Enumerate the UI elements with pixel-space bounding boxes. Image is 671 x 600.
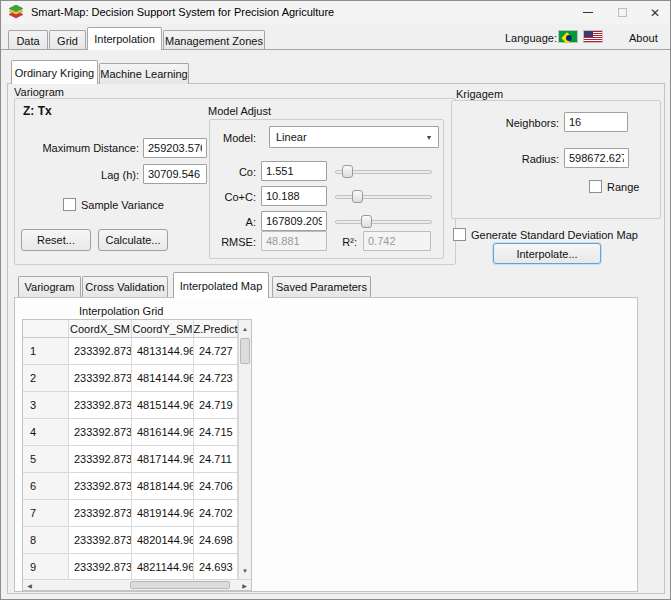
horizontal-scrollbar[interactable]: ◀ ▶ bbox=[23, 579, 251, 590]
row-number-cell[interactable]: 2 bbox=[23, 365, 69, 392]
radius-input[interactable] bbox=[564, 148, 629, 168]
brazil-flag-icon[interactable] bbox=[558, 30, 578, 43]
co-input[interactable] bbox=[261, 161, 327, 181]
table-row[interactable]: 3233392.8734815144.96524.719 bbox=[23, 392, 251, 419]
data-cell[interactable]: 233392.873 bbox=[69, 446, 132, 473]
data-cell[interactable]: 24.723 bbox=[194, 365, 238, 392]
row-number-cell[interactable]: 7 bbox=[23, 500, 69, 527]
tab-cross-validation[interactable]: Cross Validation bbox=[82, 276, 168, 297]
coc-slider[interactable] bbox=[335, 190, 432, 204]
tab-management-zones[interactable]: Management Zones bbox=[163, 30, 265, 50]
max-distance-input[interactable] bbox=[143, 138, 207, 158]
tab-interpolated-map[interactable]: Interpolated Map bbox=[173, 272, 269, 298]
rmse-input bbox=[261, 231, 327, 251]
vertical-scroll-thumb[interactable] bbox=[240, 338, 250, 364]
sample-variance-checkbox[interactable] bbox=[63, 198, 76, 211]
neighbors-input[interactable] bbox=[564, 112, 628, 132]
table-row[interactable]: 8233392.8734820144.96524.698 bbox=[23, 527, 251, 554]
data-cell[interactable]: 4819144.965 bbox=[132, 500, 194, 527]
data-cell[interactable]: 24.702 bbox=[194, 500, 238, 527]
data-cell[interactable]: 4816144.965 bbox=[132, 419, 194, 446]
data-cell[interactable]: 24.715 bbox=[194, 419, 238, 446]
model-select[interactable]: Linear ▼ bbox=[269, 126, 439, 148]
column-header-zpredict[interactable]: Z.Predict bbox=[194, 320, 238, 338]
vertical-scrollbar[interactable]: ▲ ▼ bbox=[238, 320, 251, 580]
tab-data[interactable]: Data bbox=[8, 30, 48, 50]
row-number-cell[interactable]: 4 bbox=[23, 419, 69, 446]
data-cell[interactable]: 24.711 bbox=[194, 446, 238, 473]
data-cell[interactable]: 24.727 bbox=[194, 338, 238, 365]
horizontal-scroll-thumb[interactable] bbox=[130, 581, 230, 589]
data-cell[interactable]: 24.719 bbox=[194, 392, 238, 419]
tab-saved-parameters[interactable]: Saved Parameters bbox=[272, 276, 371, 297]
data-cell[interactable]: 233392.873 bbox=[69, 473, 132, 500]
lag-input[interactable] bbox=[143, 164, 207, 184]
data-cell[interactable]: 233392.873 bbox=[69, 554, 132, 581]
row-number-cell[interactable]: 9 bbox=[23, 554, 69, 581]
tab-grid[interactable]: Grid bbox=[49, 30, 86, 50]
table-row[interactable]: 5233392.8734817144.96524.711 bbox=[23, 446, 251, 473]
table-row[interactable]: 7233392.8734819144.96524.702 bbox=[23, 500, 251, 527]
data-cell[interactable]: 24.693 bbox=[194, 554, 238, 581]
interpolation-grid-table[interactable]: CoordX_SM CoordY_SM Z.Predict 1233392.87… bbox=[22, 319, 252, 591]
range-label: Range bbox=[607, 181, 639, 193]
maximize-button[interactable] bbox=[607, 1, 637, 24]
reset-button[interactable]: Reset... bbox=[21, 229, 91, 251]
data-cell[interactable]: 4815144.965 bbox=[132, 392, 194, 419]
us-flag-icon[interactable] bbox=[583, 30, 603, 43]
tab-ordinary-kriging[interactable]: Ordinary Kriging bbox=[11, 60, 98, 84]
about-button[interactable]: About bbox=[629, 32, 658, 44]
calculate-button[interactable]: Calculate... bbox=[98, 229, 168, 251]
data-cell[interactable]: 233392.873 bbox=[69, 419, 132, 446]
row-number-cell[interactable]: 6 bbox=[23, 473, 69, 500]
tab-variogram-result[interactable]: Variogram bbox=[18, 276, 81, 297]
data-cell[interactable]: 4814144.965 bbox=[132, 365, 194, 392]
interpolate-button[interactable]: Interpolate... bbox=[493, 243, 601, 264]
tab-machine-learning[interactable]: Machine Learning bbox=[99, 63, 189, 84]
data-cell[interactable]: 233392.873 bbox=[69, 392, 132, 419]
coc-slider-handle[interactable] bbox=[352, 190, 363, 203]
a-slider[interactable] bbox=[335, 215, 432, 229]
coc-input[interactable] bbox=[261, 186, 327, 206]
generate-std-map-checkbox[interactable] bbox=[453, 228, 466, 241]
data-cell[interactable]: 233392.873 bbox=[69, 365, 132, 392]
minimize-button[interactable] bbox=[573, 1, 603, 24]
title-bar[interactable]: Smart-Map: Decision Support System for P… bbox=[1, 1, 670, 24]
data-cell[interactable]: 4821144.965 bbox=[132, 554, 194, 581]
data-cell[interactable]: 24.706 bbox=[194, 473, 238, 500]
a-input[interactable] bbox=[261, 211, 327, 231]
co-slider-handle[interactable] bbox=[342, 165, 353, 178]
scroll-left-icon[interactable]: ◀ bbox=[23, 580, 36, 590]
row-number-cell[interactable]: 8 bbox=[23, 527, 69, 554]
table-row[interactable]: 6233392.8734818144.96524.706 bbox=[23, 473, 251, 500]
data-cell[interactable]: 233392.873 bbox=[69, 338, 132, 365]
close-button[interactable]: ✕ bbox=[639, 1, 671, 24]
data-cell[interactable]: 233392.873 bbox=[69, 500, 132, 527]
column-header-coordy[interactable]: CoordY_SM bbox=[132, 320, 194, 338]
row-number-cell[interactable]: 1 bbox=[23, 338, 69, 365]
table-header-row: CoordX_SM CoordY_SM Z.Predict bbox=[23, 320, 251, 338]
table-row[interactable]: 1233392.8734813144.96524.727 bbox=[23, 338, 251, 365]
model-adjust-group-label: Model Adjust bbox=[208, 105, 271, 117]
a-slider-handle[interactable] bbox=[361, 215, 372, 228]
table-row[interactable]: 4233392.8734816144.96524.715 bbox=[23, 419, 251, 446]
row-number-cell[interactable]: 3 bbox=[23, 392, 69, 419]
data-cell[interactable]: 233392.873 bbox=[69, 527, 132, 554]
column-header-coordx[interactable]: CoordX_SM bbox=[69, 320, 132, 338]
scroll-up-icon[interactable]: ▲ bbox=[239, 321, 251, 337]
tab-interpolation[interactable]: Interpolation bbox=[87, 27, 162, 50]
row-number-cell[interactable]: 5 bbox=[23, 446, 69, 473]
co-label: Co: bbox=[211, 166, 256, 178]
scroll-right-icon[interactable]: ▶ bbox=[238, 580, 251, 590]
co-slider[interactable] bbox=[335, 165, 432, 179]
scroll-down-icon[interactable]: ▼ bbox=[239, 563, 251, 579]
data-cell[interactable]: 4820144.965 bbox=[132, 527, 194, 554]
data-cell[interactable]: 4817144.965 bbox=[132, 446, 194, 473]
table-row[interactable]: 2233392.8734814144.96524.723 bbox=[23, 365, 251, 392]
data-cell[interactable]: 4818144.965 bbox=[132, 473, 194, 500]
range-checkbox[interactable] bbox=[589, 180, 602, 193]
neighbors-label: Neighbors: bbox=[471, 117, 559, 129]
table-row[interactable]: 9233392.8734821144.96524.693 bbox=[23, 554, 251, 581]
data-cell[interactable]: 4813144.965 bbox=[132, 338, 194, 365]
data-cell[interactable]: 24.698 bbox=[194, 527, 238, 554]
